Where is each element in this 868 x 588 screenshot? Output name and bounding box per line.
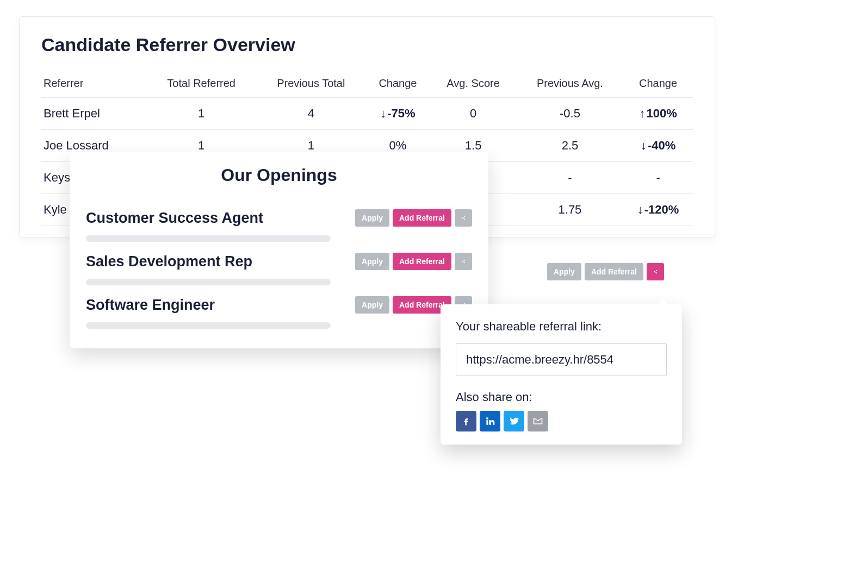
apply-button[interactable]: Apply — [547, 263, 581, 280]
opening-row: Software EngineerApplyAdd Referral — [86, 285, 472, 314]
col-previous-total: Previous Total — [256, 72, 365, 98]
opening-placeholder-bar — [86, 322, 331, 329]
table-cell: 1.75 — [517, 194, 623, 226]
change-cell: ↓-40% — [623, 130, 693, 162]
floating-actions: Apply Add Referral — [547, 263, 664, 280]
opening-row: Sales Development RepApplyAdd Referral — [86, 242, 472, 270]
table-cell: 0 — [430, 98, 516, 130]
change-cell: ↓-75% — [365, 98, 430, 130]
col-total-referred: Total Referred — [146, 72, 256, 98]
linkedin-icon — [485, 416, 495, 427]
opening-name: Sales Development Rep — [86, 253, 252, 270]
share-button[interactable] — [455, 209, 472, 227]
change-cell: ↓-120% — [623, 194, 693, 226]
arrow-up-icon: ↑ — [639, 107, 645, 121]
share-link-popover: Your shareable referral link: Also share… — [441, 304, 682, 445]
apply-button[interactable]: Apply — [355, 253, 389, 270]
col-referrer: Referrer — [41, 72, 146, 98]
table-cell: - — [517, 162, 623, 194]
table-cell: 2.5 — [517, 130, 623, 162]
change-cell: ↑100% — [623, 98, 693, 130]
col-avg-score: Avg. Score — [430, 72, 516, 98]
overview-title: Candidate Referrer Overview — [41, 34, 693, 55]
table-cell: 1 — [146, 98, 256, 130]
table-cell: 4 — [256, 98, 365, 130]
our-openings-card: Our Openings Customer Success AgentApply… — [70, 152, 488, 348]
opening-item: Software EngineerApplyAdd Referral — [86, 285, 472, 329]
table-cell: -0.5 — [517, 98, 623, 130]
opening-name: Software Engineer — [86, 297, 215, 314]
add-referral-button[interactable]: Add Referral — [393, 253, 451, 270]
arrow-down-icon: ↓ — [637, 203, 643, 217]
share-link-heading: Your shareable referral link: — [456, 320, 667, 334]
social-share-row — [456, 411, 667, 431]
opening-item: Customer Success AgentApplyAdd Referral — [86, 198, 472, 242]
opening-item: Sales Development RepApplyAdd Referral — [86, 242, 472, 285]
openings-title: Our Openings — [86, 165, 472, 185]
facebook-icon — [461, 416, 472, 427]
facebook-share-button[interactable] — [456, 411, 476, 431]
linkedin-share-button[interactable] — [480, 411, 500, 431]
add-referral-button[interactable]: Add Referral — [585, 263, 643, 280]
twitter-icon — [509, 416, 519, 427]
also-share-label: Also share on: — [456, 390, 667, 404]
opening-actions: ApplyAdd Referral — [355, 209, 472, 227]
referral-link-input[interactable] — [456, 343, 667, 376]
table-header-row: Referrer Total Referred Previous Total C… — [41, 72, 693, 98]
apply-button[interactable]: Apply — [355, 296, 389, 314]
opening-name: Customer Success Agent — [86, 210, 263, 227]
arrow-down-icon: ↓ — [380, 107, 386, 121]
change-cell: - — [623, 162, 693, 194]
arrow-down-icon: ↓ — [641, 139, 647, 153]
apply-button[interactable]: Apply — [355, 209, 389, 227]
twitter-share-button[interactable] — [504, 411, 524, 431]
email-icon — [532, 416, 543, 427]
col-previous-avg: Previous Avg. — [517, 72, 623, 98]
opening-placeholder-bar — [86, 279, 331, 285]
share-button[interactable] — [455, 253, 472, 270]
opening-row: Customer Success AgentApplyAdd Referral — [86, 198, 472, 227]
share-button-active[interactable] — [647, 263, 664, 280]
opening-actions: ApplyAdd Referral — [355, 253, 472, 270]
table-cell: Brett Erpel — [41, 98, 146, 130]
share-icon — [653, 267, 658, 276]
opening-placeholder-bar — [86, 235, 331, 242]
email-share-button[interactable] — [528, 411, 548, 431]
share-icon — [461, 214, 466, 222]
table-row: Brett Erpel14↓-75%0-0.5↑100% — [41, 98, 693, 130]
col-change-1: Change — [365, 72, 430, 98]
col-change-2: Change — [623, 72, 693, 98]
add-referral-button[interactable]: Add Referral — [393, 209, 451, 227]
share-icon — [461, 258, 466, 265]
